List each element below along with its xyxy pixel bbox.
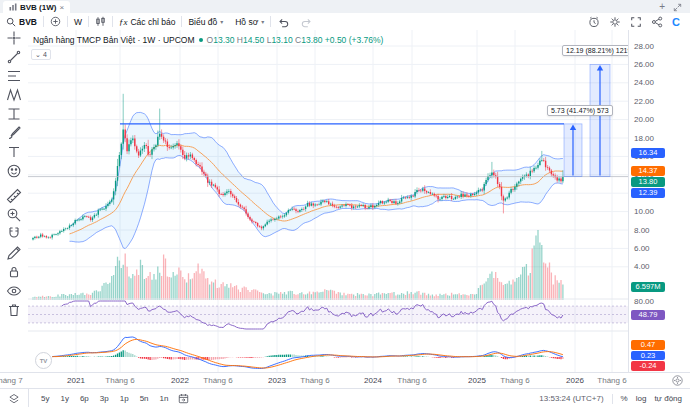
price-tick: 22.00 xyxy=(634,97,654,106)
hide-all-icon xyxy=(6,283,22,299)
tool-drawing-mode[interactable] xyxy=(6,245,22,261)
rsi-tick: 80.00 xyxy=(634,297,654,306)
tool-lock-all[interactable] xyxy=(6,264,22,280)
goto-date-button[interactable] xyxy=(178,393,189,404)
tool-emoji[interactable] xyxy=(6,163,22,179)
tool-remove-all[interactable] xyxy=(6,302,22,318)
trading-terminal: BVB (1W) × + BVB W ƒx Các chỉ báo Biể xyxy=(0,0,690,407)
compare-button[interactable] xyxy=(44,14,67,29)
layout-label: Biểu đồ xyxy=(188,17,217,27)
price-range-label-1[interactable]: 5.73 (41.47%) 573 xyxy=(547,105,613,116)
time-axis-label: 2022 xyxy=(171,376,189,385)
range-5y-button[interactable]: 5y xyxy=(37,392,53,405)
rsi-axis-label: 48.79 xyxy=(631,310,665,320)
time-axis-label: Tháng 6 xyxy=(300,376,329,385)
chevron-down-icon: ▾ xyxy=(220,18,223,25)
macd-hist-axis-label: -0.24 xyxy=(631,361,665,371)
tradingview-logo[interactable]: TV xyxy=(35,352,52,369)
bb-lower-axis-label: 12.39 xyxy=(631,188,665,198)
close-tab-icon[interactable]: × xyxy=(59,3,64,12)
tool-crosshair[interactable] xyxy=(6,30,22,46)
range-1n-button[interactable]: 1n xyxy=(156,392,173,405)
log-scale-button[interactable]: log xyxy=(636,394,647,403)
candles-icon xyxy=(95,16,106,27)
time-axis-label: 2021 xyxy=(67,376,85,385)
time-axis[interactable]: Tháng 72021Tháng 62022Tháng 62023Tháng 6… xyxy=(0,372,690,389)
tool-fib-retracement[interactable] xyxy=(6,68,22,84)
price-axis[interactable]: 28.0026.0024.0022.0020.0018.0016.0014.00… xyxy=(628,30,690,372)
tool-trend-line[interactable] xyxy=(6,49,22,65)
alert-button[interactable] xyxy=(588,16,600,28)
indicators-label: Các chỉ báo xyxy=(130,17,175,27)
range-3p-button[interactable]: 3p xyxy=(96,392,113,405)
crosshair-icon xyxy=(6,30,22,46)
fullscreen-icon xyxy=(630,16,642,28)
clock[interactable]: 13:53:24 (UTC+7) xyxy=(539,394,603,403)
range-5n-button[interactable]: 5n xyxy=(136,392,153,405)
time-axis-label: 2026 xyxy=(566,376,584,385)
brush-icon xyxy=(6,125,22,141)
chart-area[interactable]: Ngân hàng TMCP Bản Việt · 1W · UPCOM O13… xyxy=(28,30,628,372)
tool-magnet[interactable] xyxy=(6,226,22,242)
tool-ruler[interactable] xyxy=(6,188,22,204)
chart-tab[interactable]: BVB (1W) × xyxy=(3,1,70,13)
time-axis-label: 2024 xyxy=(364,376,382,385)
trend-line-icon xyxy=(6,49,22,65)
axis-settings-icon[interactable] xyxy=(672,375,683,388)
settings-button[interactable] xyxy=(609,16,621,28)
interval-button[interactable]: W xyxy=(68,14,88,29)
drawing-mode-icon xyxy=(6,245,22,261)
gear-icon xyxy=(609,16,621,28)
time-axis-label: Tháng 6 xyxy=(397,376,426,385)
object-tree-button[interactable] xyxy=(0,389,29,407)
price-tick: 26.00 xyxy=(634,60,654,69)
profile-menu-button[interactable]: Hồ sơ▾ xyxy=(229,14,270,29)
magnet-icon xyxy=(6,226,22,242)
bb-upper-axis-label: 16.34 xyxy=(631,148,665,158)
toolbar-right-actions: C xyxy=(588,16,690,28)
expand-window-icon[interactable] xyxy=(673,3,682,12)
macd-line-axis-label: 0.23 xyxy=(631,351,665,361)
add-tab-button[interactable]: + xyxy=(659,2,665,12)
chart-style-button[interactable] xyxy=(89,14,112,29)
undo-button[interactable] xyxy=(271,14,295,29)
auto-scale-button[interactable]: tự động xyxy=(654,394,682,403)
range-6p-button[interactable]: 6p xyxy=(76,392,93,405)
tab-bar-actions: + xyxy=(659,1,690,13)
layout-menu-button[interactable]: Biểu đồ▾ xyxy=(182,14,229,29)
share-button[interactable] xyxy=(651,16,663,28)
calendar-icon xyxy=(178,393,189,404)
price-tick: 24.00 xyxy=(634,78,654,87)
tool-xabcd-pattern[interactable] xyxy=(6,87,22,103)
symbol-title[interactable]: Ngân hàng TMCP Bản Việt · 1W · UPCOM xyxy=(33,35,195,45)
tool-zoom-in[interactable] xyxy=(6,207,22,223)
long-position-icon xyxy=(6,106,22,122)
redo-button[interactable] xyxy=(295,14,319,29)
price-chart[interactable] xyxy=(28,30,628,372)
tool-hide-all[interactable] xyxy=(6,283,22,299)
alert-clock-icon xyxy=(588,16,600,28)
indicators-button[interactable]: ƒx Các chỉ báo xyxy=(113,14,181,29)
fullscreen-button[interactable] xyxy=(630,16,642,28)
redo-icon xyxy=(301,16,313,28)
time-axis-label: Tháng 7 xyxy=(0,376,23,385)
price-tick: 20.00 xyxy=(634,115,654,124)
chart-toolbar: BVB W ƒx Các chỉ báo Biểu đồ▾ Hồ sơ▾ xyxy=(0,13,690,31)
symbol-search-button[interactable]: BVB xyxy=(0,14,43,29)
percent-scale-button[interactable]: % xyxy=(621,394,628,403)
price-tick: 8.00 xyxy=(634,226,650,235)
tool-brush[interactable] xyxy=(6,125,22,141)
tool-text[interactable] xyxy=(6,144,22,160)
fib-retracement-icon xyxy=(6,68,22,84)
range-1p-button[interactable]: 1p xyxy=(116,392,133,405)
remove-all-icon xyxy=(6,302,22,318)
price-tick: 10.00 xyxy=(634,207,654,216)
time-axis-label: Tháng 6 xyxy=(105,376,134,385)
tool-long-position[interactable] xyxy=(6,106,22,122)
broker-logo[interactable]: C xyxy=(672,16,680,28)
price-tick: 6.00 xyxy=(634,244,650,253)
collapsed-indicators-chip[interactable]: ⌄ 4 xyxy=(31,49,51,60)
price-range-label-2[interactable]: 12.19 (88.21%) 1219 xyxy=(562,45,628,56)
lock-all-icon xyxy=(6,264,22,280)
range-1y-button[interactable]: 1y xyxy=(56,392,72,405)
